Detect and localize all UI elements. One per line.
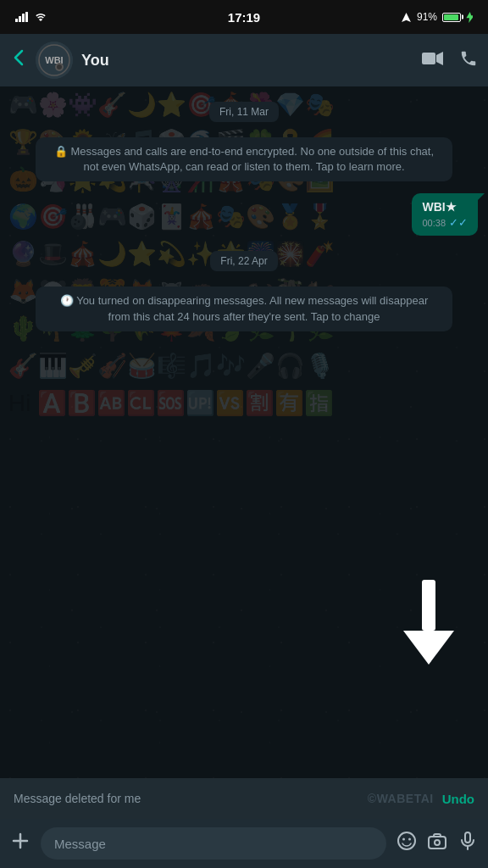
svg-point-16 [435,840,440,845]
bubble-content-label: WBI★ [422,200,468,214]
svg-point-14 [408,838,411,841]
chat-header: WBI You [0,34,488,86]
date-divider-1: Fri, 11 Mar [10,102,478,122]
signal-icon [15,12,29,22]
svg-rect-0 [15,19,18,22]
bubble-time: 00:38 [422,218,446,228]
outgoing-message: WBI★ 00:38 ✓✓ [10,193,478,236]
svg-point-8 [57,64,62,70]
video-call-button[interactable] [422,51,444,70]
chat-background: 🎮🌸👾🎸🌙⭐🎯🎪🌺💎🎭 🏆🎨🌻🦋🎵🎲🌊🎬🍀🎗️🌈 🎃🦄🌟💫🎠🎡🎢🎪🎭🎨🖼️ 🌍🎯… [0,86,488,783]
sticker-icon [396,831,417,851]
svg-rect-9 [422,53,435,64]
svg-point-12 [398,832,415,849]
battery-percent: 91% [417,11,437,23]
encryption-notice[interactable]: 🔒 Messages and calls are end-to-end encr… [36,137,452,181]
bubble-wbi-label: WBI [422,200,445,214]
svg-rect-17 [465,832,470,843]
bubble-star: ★ [446,200,457,214]
encryption-text: 🔒 Messages and calls are end-to-end encr… [54,145,434,173]
date-chip-2: Fri, 22 Apr [210,251,277,271]
messages-container: Fri, 11 Mar 🔒 Messages and calls are end… [0,86,488,783]
microphone-button[interactable] [458,831,478,856]
disappearing-message-text: 🕐 You turned on disappearing messages. A… [60,294,428,322]
message-bubble-out: WBI★ 00:38 ✓✓ [412,193,478,236]
back-button[interactable] [10,46,27,75]
svg-rect-1 [19,16,21,22]
status-right: 91% [401,11,473,23]
bottom-notification-bar: Message deleted for me ©WABETAI Undo [0,778,488,819]
voice-call-button[interactable] [459,49,478,72]
undo-button[interactable]: Undo [442,792,474,806]
avatar[interactable]: WBI [36,42,73,79]
date-divider-2: Fri, 22 Apr [10,251,478,271]
phone-icon [459,49,478,68]
svg-rect-3 [25,12,28,22]
wifi-icon [34,12,47,22]
date-chip-1: Fri, 11 Mar [209,102,279,122]
video-camera-icon [422,51,444,66]
camera-button[interactable] [427,831,447,856]
add-attachment-button[interactable] [10,831,30,857]
notification-text: Message deleted for me [14,792,359,805]
status-bar: 17:19 91% [0,0,488,34]
avatar-image: WBI [36,42,73,79]
notification-brand: ©WABETAI [368,792,434,805]
status-time: 17:19 [228,10,260,25]
svg-rect-2 [22,14,25,22]
svg-point-13 [402,838,405,841]
disappearing-message-notice[interactable]: 🕐 You turned on disappearing messages. A… [36,287,452,331]
emoji-sticker-button[interactable] [396,831,417,856]
status-left [15,12,47,22]
message-input[interactable] [41,827,386,860]
bubble-meta: 00:38 ✓✓ [422,216,468,229]
location-icon [401,12,412,23]
input-bar [0,819,488,868]
contact-name[interactable]: You [81,52,413,70]
svg-rect-15 [429,837,446,849]
camera-icon [427,831,447,851]
header-icons [422,49,478,72]
plus-icon [10,831,30,851]
battery-icon [442,13,461,22]
charging-icon [466,12,473,23]
microphone-icon [458,831,478,851]
read-receipts: ✓✓ [449,216,468,229]
